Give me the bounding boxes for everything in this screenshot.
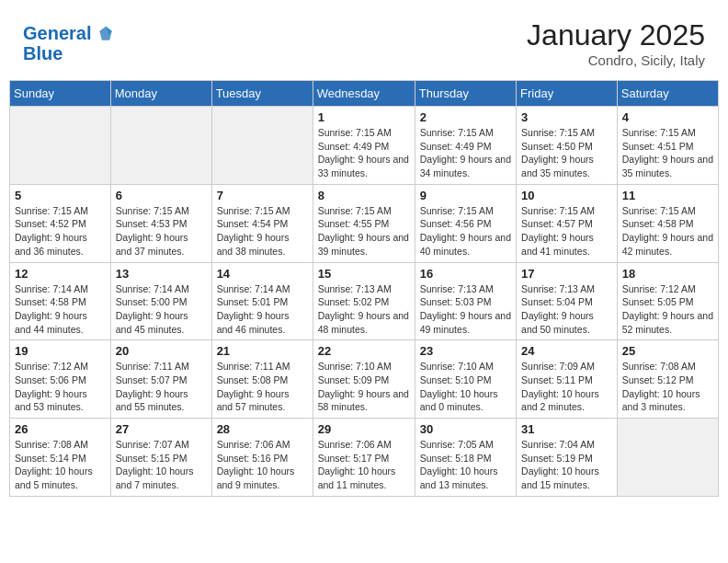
day-info: Sunrise: 7:15 AM Sunset: 4:54 PM Dayligh… [217, 204, 308, 259]
logo: General Blue [23, 23, 115, 64]
logo-text: General [23, 23, 115, 43]
calendar-cell: 23Sunrise: 7:10 AM Sunset: 5:10 PM Dayli… [415, 340, 516, 419]
weekday-header: Tuesday [211, 81, 313, 107]
day-info: Sunrise: 7:14 AM Sunset: 5:01 PM Dayligh… [217, 282, 308, 337]
calendar-cell: 28Sunrise: 7:06 AM Sunset: 5:16 PM Dayli… [211, 419, 313, 497]
calendar-cell: 12Sunrise: 7:14 AM Sunset: 4:58 PM Dayli… [10, 262, 111, 340]
calendar-cell: 3Sunrise: 7:15 AM Sunset: 4:50 PM Daylig… [517, 107, 618, 185]
weekday-header: Saturday [617, 81, 718, 107]
day-number: 9 [420, 189, 511, 202]
calendar-cell [110, 107, 211, 185]
month-title: January 2025 [527, 18, 705, 52]
day-info: Sunrise: 7:11 AM Sunset: 5:08 PM Dayligh… [217, 360, 308, 414]
calendar-cell: 30Sunrise: 7:05 AM Sunset: 5:18 PM Dayli… [415, 419, 516, 497]
weekday-header-row: SundayMondayTuesdayWednesdayThursdayFrid… [10, 81, 719, 107]
day-number: 27 [116, 422, 207, 436]
day-number: 21 [217, 344, 308, 358]
calendar-cell: 27Sunrise: 7:07 AM Sunset: 5:15 PM Dayli… [110, 419, 211, 497]
day-number: 2 [420, 110, 511, 124]
calendar-cell: 31Sunrise: 7:04 AM Sunset: 5:19 PM Dayli… [517, 419, 618, 497]
calendar-cell: 25Sunrise: 7:08 AM Sunset: 5:12 PM Dayli… [617, 340, 718, 419]
calendar-cell: 20Sunrise: 7:11 AM Sunset: 5:07 PM Dayli… [110, 340, 211, 419]
day-info: Sunrise: 7:07 AM Sunset: 5:15 PM Dayligh… [116, 438, 207, 492]
day-number: 24 [521, 344, 612, 358]
day-info: Sunrise: 7:15 AM Sunset: 4:52 PM Dayligh… [15, 204, 106, 259]
calendar-cell [617, 419, 718, 497]
day-number: 31 [521, 422, 612, 436]
calendar-cell: 24Sunrise: 7:09 AM Sunset: 5:11 PM Dayli… [517, 340, 618, 419]
title-block: January 2025 Condro, Sicily, Italy [527, 18, 705, 68]
day-number: 28 [217, 422, 308, 436]
calendar-week-row: 12Sunrise: 7:14 AM Sunset: 4:58 PM Dayli… [10, 262, 719, 340]
day-number: 23 [420, 344, 511, 358]
weekday-header: Friday [517, 81, 618, 107]
day-info: Sunrise: 7:15 AM Sunset: 4:56 PM Dayligh… [420, 204, 511, 259]
day-info: Sunrise: 7:08 AM Sunset: 5:14 PM Dayligh… [15, 438, 106, 492]
calendar: SundayMondayTuesdayWednesdayThursdayFrid… [9, 80, 719, 497]
day-number: 7 [217, 189, 308, 202]
day-info: Sunrise: 7:15 AM Sunset: 4:58 PM Dayligh… [622, 204, 713, 259]
calendar-cell: 9Sunrise: 7:15 AM Sunset: 4:56 PM Daylig… [415, 184, 516, 262]
day-info: Sunrise: 7:15 AM Sunset: 4:49 PM Dayligh… [318, 126, 410, 180]
day-info: Sunrise: 7:15 AM Sunset: 4:51 PM Dayligh… [622, 126, 713, 180]
day-number: 8 [318, 189, 410, 202]
day-info: Sunrise: 7:15 AM Sunset: 4:55 PM Dayligh… [318, 204, 410, 259]
day-info: Sunrise: 7:11 AM Sunset: 5:07 PM Dayligh… [116, 360, 207, 414]
calendar-week-row: 19Sunrise: 7:12 AM Sunset: 5:06 PM Dayli… [10, 340, 719, 419]
day-number: 30 [420, 422, 511, 436]
day-info: Sunrise: 7:14 AM Sunset: 5:00 PM Dayligh… [116, 282, 207, 337]
weekday-header: Wednesday [313, 81, 415, 107]
day-number: 5 [15, 189, 106, 202]
calendar-week-row: 1Sunrise: 7:15 AM Sunset: 4:49 PM Daylig… [10, 107, 719, 185]
day-info: Sunrise: 7:06 AM Sunset: 5:17 PM Dayligh… [318, 438, 410, 492]
calendar-cell: 21Sunrise: 7:11 AM Sunset: 5:08 PM Dayli… [211, 340, 313, 419]
calendar-cell: 13Sunrise: 7:14 AM Sunset: 5:00 PM Dayli… [110, 262, 211, 340]
day-info: Sunrise: 7:15 AM Sunset: 4:50 PM Dayligh… [521, 126, 612, 180]
weekday-header: Monday [110, 81, 211, 107]
weekday-header: Thursday [415, 81, 516, 107]
day-number: 10 [521, 189, 612, 202]
day-number: 14 [217, 267, 308, 281]
day-info: Sunrise: 7:08 AM Sunset: 5:12 PM Dayligh… [622, 360, 713, 414]
day-info: Sunrise: 7:14 AM Sunset: 4:58 PM Dayligh… [15, 282, 106, 337]
page-header: General Blue January 2025 Condro, Sicily… [9, 9, 719, 73]
day-info: Sunrise: 7:06 AM Sunset: 5:16 PM Dayligh… [217, 438, 308, 492]
day-info: Sunrise: 7:09 AM Sunset: 5:11 PM Dayligh… [521, 360, 612, 414]
calendar-cell: 5Sunrise: 7:15 AM Sunset: 4:52 PM Daylig… [10, 184, 111, 262]
calendar-cell: 18Sunrise: 7:12 AM Sunset: 5:05 PM Dayli… [617, 262, 718, 340]
calendar-cell: 11Sunrise: 7:15 AM Sunset: 4:58 PM Dayli… [617, 184, 718, 262]
calendar-cell: 1Sunrise: 7:15 AM Sunset: 4:49 PM Daylig… [313, 107, 415, 185]
day-number: 6 [116, 189, 207, 202]
day-info: Sunrise: 7:15 AM Sunset: 4:57 PM Dayligh… [521, 204, 612, 259]
location: Condro, Sicily, Italy [527, 52, 705, 68]
day-number: 11 [622, 189, 713, 202]
day-number: 4 [622, 110, 713, 124]
calendar-cell: 14Sunrise: 7:14 AM Sunset: 5:01 PM Dayli… [211, 262, 313, 340]
calendar-cell: 8Sunrise: 7:15 AM Sunset: 4:55 PM Daylig… [313, 184, 415, 262]
weekday-header: Sunday [10, 81, 111, 107]
calendar-cell: 10Sunrise: 7:15 AM Sunset: 4:57 PM Dayli… [517, 184, 618, 262]
calendar-cell: 4Sunrise: 7:15 AM Sunset: 4:51 PM Daylig… [617, 107, 718, 185]
day-number: 1 [318, 110, 410, 124]
day-number: 29 [318, 422, 410, 436]
day-info: Sunrise: 7:15 AM Sunset: 4:53 PM Dayligh… [116, 204, 207, 259]
day-info: Sunrise: 7:13 AM Sunset: 5:03 PM Dayligh… [420, 282, 511, 337]
calendar-cell: 7Sunrise: 7:15 AM Sunset: 4:54 PM Daylig… [211, 184, 313, 262]
calendar-cell: 2Sunrise: 7:15 AM Sunset: 4:49 PM Daylig… [415, 107, 516, 185]
calendar-cell: 19Sunrise: 7:12 AM Sunset: 5:06 PM Dayli… [10, 340, 111, 419]
day-info: Sunrise: 7:10 AM Sunset: 5:10 PM Dayligh… [420, 360, 511, 414]
calendar-cell: 26Sunrise: 7:08 AM Sunset: 5:14 PM Dayli… [10, 419, 111, 497]
day-number: 17 [521, 267, 612, 281]
day-number: 20 [116, 344, 207, 358]
day-info: Sunrise: 7:13 AM Sunset: 5:02 PM Dayligh… [318, 282, 410, 337]
calendar-cell: 17Sunrise: 7:13 AM Sunset: 5:04 PM Dayli… [517, 262, 618, 340]
calendar-cell: 22Sunrise: 7:10 AM Sunset: 5:09 PM Dayli… [313, 340, 415, 419]
day-number: 15 [318, 267, 410, 281]
day-info: Sunrise: 7:12 AM Sunset: 5:06 PM Dayligh… [15, 360, 106, 414]
day-number: 18 [622, 267, 713, 281]
calendar-cell: 16Sunrise: 7:13 AM Sunset: 5:03 PM Dayli… [415, 262, 516, 340]
day-info: Sunrise: 7:13 AM Sunset: 5:04 PM Dayligh… [521, 282, 612, 337]
calendar-cell [10, 107, 111, 185]
calendar-cell [211, 107, 313, 185]
calendar-cell: 15Sunrise: 7:13 AM Sunset: 5:02 PM Dayli… [313, 262, 415, 340]
